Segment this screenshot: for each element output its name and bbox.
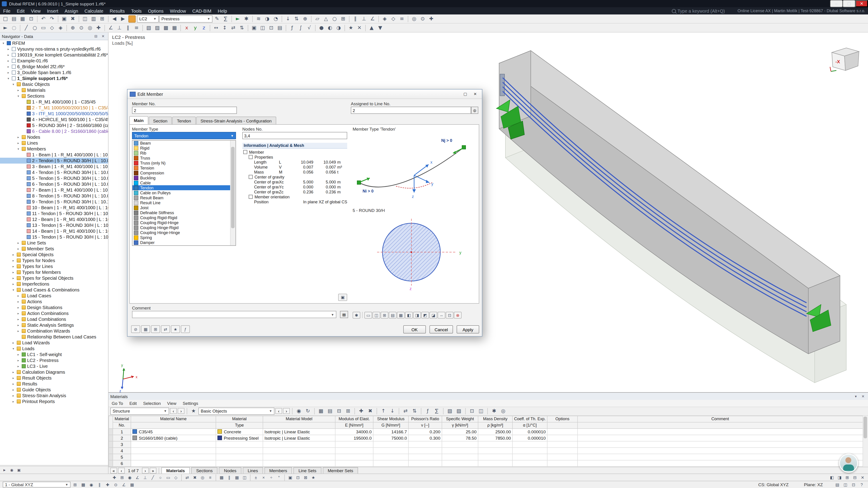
snap-angle-icon[interactable]: ∠: [134, 474, 141, 481]
expander-icon[interactable]: ▸: [16, 329, 20, 333]
side-view-icon[interactable]: ▤: [276, 24, 284, 32]
expander-icon[interactable]: ▸: [16, 141, 20, 145]
cell-model[interactable]: [263, 448, 335, 454]
column-header-e[interactable]: E [N/mm²]: [335, 422, 373, 429]
tree-item[interactable]: ▸LC2 - Prestress: [0, 357, 108, 363]
orbit-icon[interactable]: ↕: [221, 24, 229, 32]
tree-item[interactable]: 4 - Tendon | 5 - ROUND 30/H | L : 10.049…: [0, 169, 108, 175]
column-header-options[interactable]: Options: [547, 416, 578, 422]
cell-options[interactable]: [547, 441, 578, 448]
column-header-model[interactable]: Material Model: [263, 416, 335, 422]
tree-item[interactable]: 9 - Tendon | 5 - ROUND 30/H | L : 10.105…: [0, 199, 108, 205]
cell-e[interactable]: [335, 454, 373, 460]
menu-view[interactable]: View: [28, 7, 44, 14]
cell-g[interactable]: [373, 448, 408, 454]
tree-item[interactable]: ▸Printout Reports: [0, 398, 108, 404]
snap-mid-icon[interactable]: ◇: [172, 474, 180, 481]
row-selector-cell[interactable]: [109, 429, 113, 435]
cell-nu[interactable]: [408, 448, 442, 454]
add-member-icon[interactable]: ⊙: [77, 24, 86, 32]
function-icon[interactable]: ƒ: [288, 24, 296, 32]
prev-group-button[interactable]: ‹: [170, 408, 177, 414]
table-group-combobox[interactable]: Structure ▼: [110, 408, 169, 415]
table-tab-lines[interactable]: Lines: [243, 467, 263, 474]
cell-type[interactable]: Concrete: [216, 429, 263, 435]
tree-item[interactable]: ▾Sections: [0, 93, 108, 99]
expander-icon[interactable]: ▸: [16, 88, 20, 92]
scrollbar-thumb[interactable]: [864, 417, 867, 438]
units-icon[interactable]: °: [275, 474, 283, 481]
column-header-comment[interactable]: [578, 422, 863, 429]
table-tab-members[interactable]: Members: [264, 467, 292, 474]
grid-icon[interactable]: ⊞: [339, 15, 347, 23]
row-selector-cell[interactable]: [109, 441, 113, 448]
swap-nodes-icon[interactable]: ⇄: [161, 325, 170, 333]
table-row[interactable]: 5: [109, 454, 863, 460]
isometric-view-icon[interactable]: ▣: [250, 24, 258, 32]
tree-item[interactable]: ▸Stress-Strain Analysis: [0, 393, 108, 398]
cell-rho[interactable]: [478, 448, 513, 454]
tables-icon[interactable]: ▥: [90, 15, 98, 23]
tree-item[interactable]: ▸Calculation Diagrams: [0, 369, 108, 375]
menu-help[interactable]: Help: [215, 7, 230, 14]
parallel-tool-icon[interactable]: ∥: [124, 24, 132, 32]
snap-center-icon[interactable]: ◉: [126, 474, 133, 481]
osnap-toggle-icon[interactable]: ◉: [88, 482, 95, 488]
dimension-icon[interactable]: ∠: [107, 24, 115, 32]
integral-icon[interactable]: ∫: [297, 24, 305, 32]
cell-g[interactable]: [373, 454, 408, 460]
tree-item[interactable]: 10 - Beam | 1 - R_M1 400/1000 | L : 10.0…: [0, 205, 108, 210]
polygon-tool-icon[interactable]: ◇: [48, 24, 56, 32]
member-type-option[interactable]: Result Beam: [132, 195, 236, 200]
menu-results[interactable]: Results: [106, 7, 128, 14]
table-tab-line-sets[interactable]: Line Sets: [293, 467, 321, 474]
opening-icon[interactable]: △: [322, 15, 330, 23]
apply-button[interactable]: Apply: [457, 325, 479, 333]
list-scrollbar[interactable]: [230, 140, 236, 246]
expander-icon[interactable]: ▸: [11, 394, 16, 397]
column-header-options[interactable]: [547, 422, 578, 429]
add-row-icon[interactable]: ✚: [357, 407, 365, 415]
expander-icon[interactable]: ▸: [11, 253, 16, 256]
section-axes-icon[interactable]: ⊞: [381, 312, 388, 319]
coord-mode-icon[interactable]: ±: [252, 474, 259, 481]
tree-item[interactable]: ▸Line Sets: [0, 240, 108, 246]
expander-icon[interactable]: ▸: [6, 47, 10, 51]
cell-g[interactable]: 75000.0: [373, 435, 408, 441]
cell-e[interactable]: [335, 448, 373, 454]
cell-type[interactable]: [216, 448, 263, 454]
expander-icon[interactable]: ▸: [16, 294, 20, 297]
expander-icon[interactable]: ▾: [6, 76, 10, 80]
cell-name[interactable]: [131, 448, 216, 454]
select-lock-icon[interactable]: ⊙: [112, 482, 119, 488]
print-icon[interactable]: ⊡: [27, 15, 35, 23]
close-button[interactable]: ✕: [855, 0, 868, 7]
cell-g[interactable]: [373, 460, 408, 466]
expander-icon[interactable]: ▾: [11, 288, 16, 292]
tab-tendon[interactable]: Tendon: [173, 117, 195, 124]
parallel-icon[interactable]: ∥: [351, 15, 360, 23]
cell-name[interactable]: [131, 460, 216, 466]
cell-type[interactable]: [216, 454, 263, 460]
member-type-option[interactable]: Beam: [132, 140, 236, 145]
add-node-icon[interactable]: ⊕: [69, 24, 77, 32]
section-grid-icon[interactable]: ◫: [373, 312, 380, 319]
column-header-e[interactable]: Modulus of Elast.: [335, 416, 373, 422]
cell-alpha[interactable]: [513, 454, 547, 460]
move-down-icon[interactable]: ↓: [388, 407, 397, 415]
menu-options[interactable]: Options: [145, 7, 167, 14]
cell-type[interactable]: [216, 460, 263, 466]
table-tab-member-sets[interactable]: Member Sets: [323, 467, 358, 474]
filter-icon[interactable]: ▧: [446, 407, 454, 415]
formula-icon[interactable]: ƒ: [424, 407, 432, 415]
member-no-input[interactable]: 2: [132, 107, 237, 114]
render-solid-icon[interactable]: ●: [317, 24, 326, 32]
column-header-model[interactable]: [263, 422, 335, 429]
cell-no[interactable]: 2: [113, 435, 131, 441]
cell-name[interactable]: St1660/1860 (cable): [131, 435, 216, 441]
cell-alpha[interactable]: [513, 441, 547, 448]
column-header-gamma[interactable]: γ [kN/m³]: [442, 422, 478, 429]
next-table-button[interactable]: ›: [283, 408, 290, 414]
cell-gamma[interactable]: [442, 454, 478, 460]
cell-type[interactable]: Prestressing Steel: [216, 435, 263, 441]
